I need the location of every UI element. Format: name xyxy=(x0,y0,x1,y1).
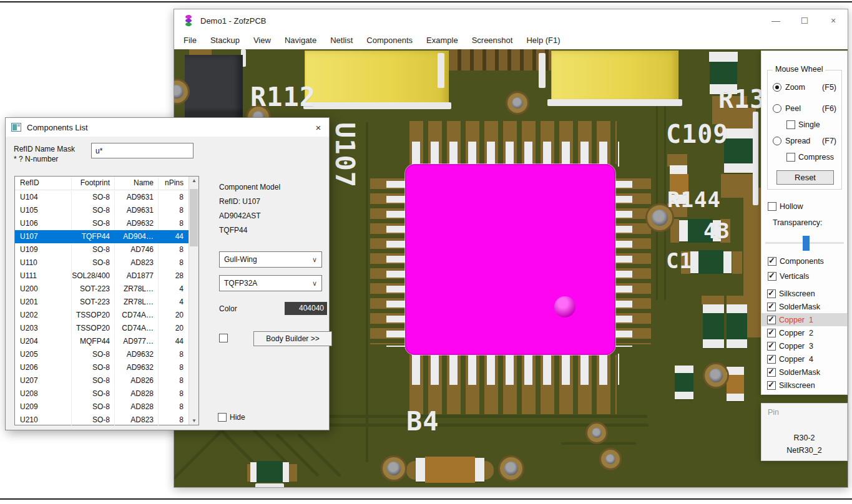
single-checkbox[interactable] xyxy=(786,120,795,129)
table-row[interactable]: U106SO-8AD96328 xyxy=(15,217,189,230)
header-npins[interactable]: nPins xyxy=(159,177,189,190)
layer-checkbox[interactable]: ✓ xyxy=(767,342,776,351)
pcb-chip-body xyxy=(703,313,724,339)
table-row[interactable]: U208SO-8AD8288 xyxy=(15,387,189,400)
spread-option[interactable]: Spread (F7) xyxy=(773,135,839,147)
minimize-icon[interactable]: — xyxy=(761,9,790,32)
dialog-close-icon[interactable]: × xyxy=(308,122,329,133)
single-option[interactable]: Single xyxy=(786,119,839,130)
pcb-cap-end xyxy=(727,394,744,401)
zoom-option[interactable]: Zoom (F5) xyxy=(773,82,839,93)
table-row[interactable]: U201SOT-223ZR78L…4 xyxy=(15,296,189,309)
table-row[interactable]: U205SO-8AD96328 xyxy=(15,348,189,361)
menu-item[interactable]: Help (F1) xyxy=(519,33,567,48)
layer-checkbox[interactable]: ✓ xyxy=(767,368,776,377)
scroll-up-icon[interactable]: ▲ xyxy=(189,178,199,183)
body-builder-checkbox[interactable] xyxy=(219,334,228,342)
header-name[interactable]: Name xyxy=(115,177,159,190)
layer-item[interactable]: ✓ Copper 4 xyxy=(761,352,847,366)
layer-checkbox[interactable]: ✓ xyxy=(767,381,776,390)
table-row[interactable]: U105SO-8AD96318 xyxy=(15,204,189,217)
body-style-dropdown[interactable]: TQFP32A ∨ xyxy=(219,275,322,291)
reset-button[interactable]: Reset xyxy=(776,170,834,185)
hollow-checkbox[interactable] xyxy=(768,202,776,211)
pin-id: R30-2 xyxy=(761,434,847,442)
layer-checkbox[interactable]: ✓ xyxy=(767,303,776,311)
table-scrollbar[interactable]: ▲ ▼ xyxy=(189,177,198,425)
selected-component-u107[interactable] xyxy=(405,164,615,355)
menu-item[interactable]: Components xyxy=(360,33,419,48)
menu-item[interactable]: Navigate xyxy=(278,33,323,48)
layer-item[interactable]: ✓ SolderMask xyxy=(761,366,847,379)
pcb-cap-body xyxy=(425,457,475,483)
pcb-chip-cap xyxy=(690,251,698,273)
pin-info-panel: Pin R30-2 NetR30_2 xyxy=(761,403,848,461)
lead-style-dropdown[interactable]: Gull-Wing ∨ xyxy=(219,251,322,268)
table-row[interactable]: U110SO-8AD8238 xyxy=(15,256,189,269)
hollow-option[interactable]: Hollow xyxy=(768,201,845,212)
components-checkbox[interactable]: ✓ xyxy=(768,257,776,266)
table-row[interactable]: U109SO-8AD7468 xyxy=(15,243,189,256)
color-swatch[interactable]: 404040 xyxy=(285,302,327,315)
body-builder-button[interactable]: Body Builder >> xyxy=(253,331,332,346)
components-option[interactable]: ✓ Components xyxy=(768,256,845,267)
compress-option[interactable]: Compress xyxy=(786,152,841,163)
table-row[interactable]: U203TSSOP20CD74A…20 xyxy=(15,322,189,335)
verticals-checkbox[interactable]: ✓ xyxy=(768,272,776,281)
menu-item[interactable]: View xyxy=(247,33,278,48)
table-header[interactable]: RefID Footprint Name nPins xyxy=(15,177,189,190)
layer-label: Silkscreen xyxy=(779,381,815,390)
pcb-ic-dark xyxy=(185,55,243,119)
table-row[interactable]: U200SOT-223ZR78L…4 xyxy=(15,283,189,296)
layer-item[interactable]: ✓ Copper 2 xyxy=(761,326,847,339)
layer-checkbox[interactable]: ✓ xyxy=(767,329,776,337)
close-icon[interactable]: × xyxy=(819,9,848,32)
layer-checkbox[interactable]: ✓ xyxy=(767,355,776,364)
pcb-chip-cap xyxy=(724,163,755,173)
layer-checkbox[interactable]: ✓ xyxy=(767,289,776,298)
layer-item[interactable]: ✓ Copper 1 xyxy=(761,313,847,326)
transparency-slider[interactable] xyxy=(765,236,844,251)
layer-item[interactable]: ✓ SolderMask xyxy=(761,300,847,313)
scroll-down-icon[interactable]: ▼ xyxy=(189,418,199,424)
spread-radio[interactable] xyxy=(773,137,781,145)
table-row[interactable]: U209SO-8AD8288 xyxy=(15,400,189,414)
layer-checkbox[interactable]: ✓ xyxy=(767,316,776,324)
menu-item[interactable]: File xyxy=(177,33,203,48)
components-table: RefID Footprint Name nPins U104SO-8AD963… xyxy=(14,176,199,425)
verticals-option[interactable]: ✓ Verticals xyxy=(768,271,845,282)
refid-mask-input[interactable] xyxy=(91,143,193,158)
layer-item[interactable]: ✓ Silkscreen xyxy=(761,287,847,300)
table-row[interactable]: U206SO-8AD96328 xyxy=(15,361,189,374)
menu-item[interactable]: Netlist xyxy=(323,33,360,48)
header-refid[interactable]: RefID xyxy=(15,177,72,190)
table-row[interactable]: U202TSSOP20CD74A…20 xyxy=(15,309,189,322)
layer-label: SolderMask xyxy=(779,303,820,311)
menu-item[interactable]: Screenshot xyxy=(465,33,520,48)
menu-item[interactable]: Example xyxy=(419,33,465,48)
table-row[interactable]: U111SOL28/400AD187728 xyxy=(15,269,189,283)
compress-checkbox[interactable] xyxy=(786,153,795,162)
zoom-radio[interactable] xyxy=(773,83,781,92)
menu-item[interactable]: Stackup xyxy=(203,33,247,48)
slider-thumb[interactable] xyxy=(803,236,810,251)
chevron-down-icon: ∨ xyxy=(308,256,321,264)
hide-row[interactable]: Hide xyxy=(218,413,245,422)
table-row[interactable]: U210SO-8AD8238 xyxy=(15,414,189,427)
transparency-label: Transparency: xyxy=(773,217,850,228)
peel-radio[interactable] xyxy=(773,104,781,113)
layer-item[interactable]: ✓ Silkscreen xyxy=(761,379,847,392)
scroll-thumb[interactable] xyxy=(190,189,198,246)
layer-label: SolderMask xyxy=(779,368,820,377)
table-row[interactable]: U207SO-8AD8268 xyxy=(15,374,189,387)
layer-item[interactable]: ✓ Copper 3 xyxy=(761,339,847,352)
table-row[interactable]: U104SO-8AD96318 xyxy=(15,191,189,204)
table-row[interactable]: U204MQFP44AD977…44 xyxy=(15,335,189,348)
hide-checkbox[interactable] xyxy=(218,413,227,422)
maximize-icon[interactable]: ☐ xyxy=(790,9,819,32)
peel-option[interactable]: Peel (F6) xyxy=(773,103,839,114)
table-row[interactable]: U107TQFP44AD904…44 xyxy=(15,230,189,243)
model-refid: RefID: U107 xyxy=(219,197,260,206)
pcb-chip-cap xyxy=(727,304,747,313)
header-footprint[interactable]: Footprint xyxy=(72,177,115,190)
